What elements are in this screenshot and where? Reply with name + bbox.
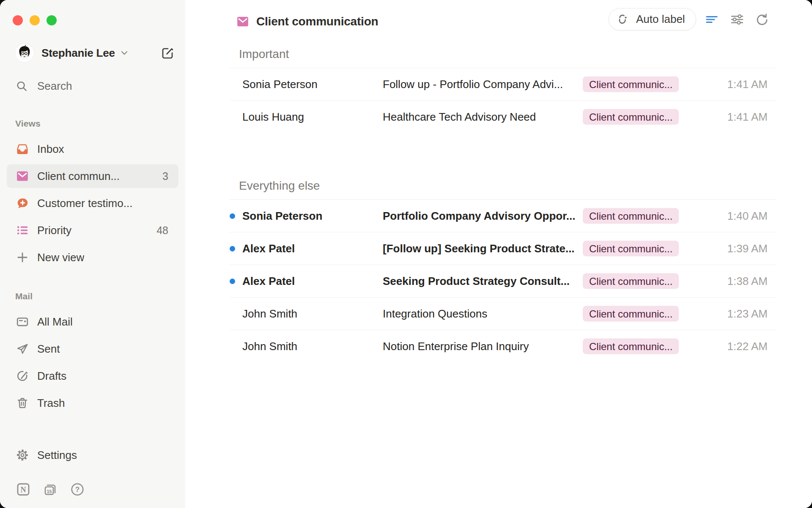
trash-icon — [16, 397, 29, 409]
email-subject: Integration Questions — [383, 307, 579, 320]
sidebar-item-settings[interactable]: Settings — [7, 443, 178, 467]
email-time: 1:41 AM — [727, 78, 768, 91]
list-section-rows: Sonia PetersonPortfolio Company Advisory… — [230, 200, 776, 362]
sidebar-section-label-views: Views — [7, 113, 178, 134]
gear-icon — [16, 449, 29, 461]
sidebar-item-trash[interactable]: Trash — [7, 391, 178, 415]
notion-logo-icon[interactable]: N — [16, 482, 30, 497]
svg-text:N: N — [21, 486, 26, 494]
list-section-title-everything-else: Everything else — [230, 172, 776, 200]
email-time: 1:40 AM — [727, 210, 768, 223]
chevron-down-icon — [120, 49, 129, 57]
sidebar-item-priority[interactable]: Priority48 — [7, 218, 178, 242]
avatar — [15, 44, 34, 62]
email-row[interactable]: Alex Patel[Follow up] Seeking Product St… — [230, 232, 776, 265]
page-title: Client communication — [256, 15, 378, 28]
sidebar-nav: ViewsInboxClient commun...3Customer test… — [7, 113, 178, 415]
desktop-background: Stephanie Lee Search ViewsInboxClient co… — [0, 0, 812, 508]
email-row[interactable]: John SmithIntegration QuestionsClient co… — [230, 298, 776, 330]
email-label-badge: Client communic... — [583, 208, 679, 224]
refresh-icon — [754, 12, 770, 27]
email-sender: Louis Huang — [242, 110, 378, 124]
sidebar-item-all-mail[interactable]: All Mail — [7, 310, 178, 334]
email-label-badge: Client communic... — [583, 273, 679, 289]
email-sender: Alex Patel — [242, 275, 378, 288]
email-subject: [Follow up] Seeking Product Strate... — [383, 242, 579, 255]
email-sender: John Smith — [242, 307, 378, 320]
email-time: 1:22 AM — [727, 340, 768, 353]
notion-mail-window: Stephanie Lee Search ViewsInboxClient co… — [0, 0, 812, 508]
zoom-window-button[interactable] — [47, 15, 57, 25]
sidebar-item-label: Sent — [37, 342, 60, 356]
sidebar-item-label: New view — [37, 251, 84, 264]
sidebar-section-label-mail: Mail — [7, 286, 178, 306]
sidebar-item-label: All Mail — [37, 315, 73, 329]
email-time: 1:41 AM — [727, 110, 768, 124]
search-icon — [16, 80, 27, 92]
profile-name: Stephanie Lee — [41, 47, 115, 60]
email-row[interactable]: Louis HuangHealthcare Tech Advisory Need… — [230, 101, 776, 133]
all-mail-icon — [16, 315, 29, 328]
list-section-title-important: Important — [230, 40, 776, 68]
email-label-badge: Client communic... — [583, 306, 679, 322]
ai-face-icon — [616, 12, 631, 27]
sidebar-item-new-view[interactable]: New view — [7, 246, 178, 269]
sidebar: Stephanie Lee Search ViewsInboxClient co… — [0, 0, 186, 508]
sliders-icon — [730, 12, 745, 27]
sidebar-item-sent[interactable]: Sent — [7, 337, 178, 361]
sidebar-item-customer-testimo[interactable]: Customer testimo... — [7, 191, 178, 215]
sent-plane-icon — [16, 342, 29, 355]
email-row[interactable]: John SmithNotion Enterprise Plan Inquiry… — [230, 330, 776, 362]
email-label-badge: Client communic... — [583, 241, 679, 257]
account-switcher[interactable]: Stephanie Lee — [15, 44, 174, 62]
email-subject: Seeking Product Strategy Consult... — [383, 275, 579, 288]
view-header: Client communication — [236, 10, 378, 33]
svg-text:?: ? — [75, 486, 80, 494]
refresh-button[interactable] — [754, 12, 770, 27]
auto-label-button[interactable]: Auto label — [609, 8, 696, 30]
unread-dot-icon — [230, 279, 235, 284]
email-row[interactable]: Sonia PetersonPortfolio Company Advisory… — [230, 200, 776, 232]
display-options-button[interactable] — [730, 12, 745, 27]
email-sender: Sonia Peterson — [242, 78, 378, 91]
sidebar-item-client-commun[interactable]: Client commun...3 — [7, 164, 178, 188]
email-row[interactable]: Sonia PetersonFollow up - Portfolio Comp… — [230, 68, 776, 101]
sidebar-item-label: Drafts — [37, 370, 66, 383]
email-subject: Notion Enterprise Plan Inquiry — [383, 340, 579, 353]
sidebar-item-label: Trash — [37, 397, 65, 410]
search-button[interactable]: Search — [7, 74, 178, 98]
notion-calendar-icon[interactable]: 15 — [43, 482, 58, 497]
sidebar-footer: N 15 ? — [7, 478, 178, 501]
email-subject: Follow up - Portfolio Company Advi... — [383, 78, 579, 91]
email-sender: Alex Patel — [242, 242, 378, 255]
filter-lines-icon — [704, 12, 719, 27]
unread-dot-icon — [230, 213, 235, 219]
main-panel: Client communication Auto label Importan… — [185, 0, 812, 508]
svg-text:15: 15 — [47, 489, 52, 494]
email-row[interactable]: Alex PatelSeeking Product Strategy Consu… — [230, 265, 776, 298]
email-sender: Sonia Peterson — [242, 210, 378, 223]
close-window-button[interactable] — [13, 15, 23, 25]
unread-dot-icon — [230, 246, 235, 251]
email-label-badge: Client communic... — [583, 109, 679, 125]
email-time: 1:38 AM — [727, 275, 768, 288]
drafts-pencil-icon — [16, 370, 29, 382]
filter-button[interactable] — [704, 12, 719, 27]
testimonial-bubble-icon — [16, 197, 29, 210]
plus-icon — [16, 251, 29, 264]
sidebar-item-count: 48 — [156, 224, 168, 237]
help-icon[interactable]: ? — [70, 482, 85, 497]
auto-label-button-label: Auto label — [636, 13, 685, 26]
email-subject: Portfolio Company Advisory Oppor... — [383, 210, 579, 223]
settings-label: Settings — [37, 449, 77, 462]
sidebar-item-inbox[interactable]: Inbox — [7, 137, 178, 161]
email-subject: Healthcare Tech Advisory Need — [383, 110, 579, 124]
email-time: 1:23 AM — [727, 307, 768, 320]
email-label-badge: Client communic... — [583, 77, 679, 92]
email-time: 1:39 AM — [727, 242, 768, 255]
compose-button[interactable] — [161, 46, 174, 60]
sidebar-item-drafts[interactable]: Drafts — [7, 364, 178, 388]
sidebar-item-label: Client commun... — [37, 170, 120, 183]
email-label-badge: Client communic... — [583, 339, 679, 354]
minimize-window-button[interactable] — [30, 15, 40, 25]
